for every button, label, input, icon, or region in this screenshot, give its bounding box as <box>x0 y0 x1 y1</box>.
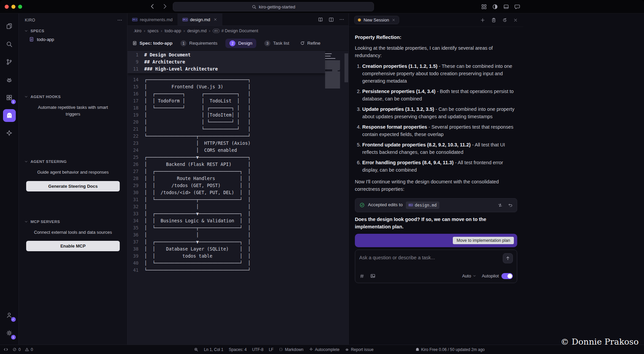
section-specs-header[interactable]: SPECS <box>19 27 127 35</box>
code-line[interactable]: 24 │ CORS enabled <box>127 147 348 154</box>
chat-input[interactable] <box>359 253 499 260</box>
forward-button[interactable] <box>161 3 168 10</box>
breadcrumb-item[interactable]: abc# Design Document <box>213 29 258 33</box>
kiro-agent-icon[interactable] <box>2 106 17 124</box>
code-line[interactable]: 26│ Backend (Flask REST API) │ <box>127 161 348 168</box>
code-line[interactable]: 37│ ┌───────────────▼───────────────┐ │ <box>127 238 348 246</box>
explorer-icon[interactable] <box>2 17 17 35</box>
history-icon[interactable] <box>502 17 507 23</box>
code-line[interactable]: 16│ ┌──────────┐ ┌────────────┐ │ <box>127 90 348 97</box>
code-line[interactable]: 34│ │ Business Logic & Validation │ │ <box>127 217 348 224</box>
code-line[interactable]: 17│ │ TodoForm │ │ TodoList │ │ <box>127 97 348 104</box>
source-control-icon[interactable] <box>2 53 17 71</box>
editor-scrollbar[interactable] <box>344 51 348 345</box>
autopilot-toggle[interactable] <box>501 273 513 279</box>
code-line[interactable]: 30│ │ /todos/<id> (GET, PUT, DEL) │ │ <box>127 189 348 196</box>
chat-bubble-icon[interactable] <box>514 4 520 10</box>
breadcrumb-item[interactable]: specs <box>148 29 159 33</box>
code-line[interactable]: 35│ └───────────────┬───────────────┘ │ <box>127 224 348 231</box>
step-task-list[interactable]: 3 Task list <box>260 39 293 48</box>
grid-icon[interactable] <box>481 4 487 10</box>
breadcrumb-item[interactable]: design.md <box>187 29 207 33</box>
sidebar-item-todo-app[interactable]: todo-app <box>19 35 127 44</box>
code-line[interactable]: 23 │ HTTP/REST (Axios) <box>127 140 348 147</box>
close-session-icon[interactable] <box>392 18 395 22</box>
code-line[interactable]: 38│ │ Database Layer (SQLite) │ │ <box>127 246 348 253</box>
section-mcp-servers-header[interactable]: MCP SERVERS <box>19 218 127 226</box>
extensions-icon[interactable]: 1 <box>2 89 17 106</box>
encoding[interactable]: UTF-8 <box>252 347 263 352</box>
session-tab[interactable]: New Session <box>354 16 399 24</box>
back-button[interactable] <box>149 3 156 10</box>
refine-button[interactable]: Refine <box>297 39 323 47</box>
sparkle-icon[interactable] <box>2 124 17 142</box>
account-icon[interactable]: ✓ <box>2 306 17 324</box>
errors-indicator[interactable]: 0 <box>12 347 21 352</box>
breadcrumb-item[interactable]: .kiro <box>133 29 142 33</box>
language-mode[interactable]: Markdown <box>279 347 303 352</box>
report-issue[interactable]: Report issue <box>345 347 373 352</box>
code-line[interactable]: 41└─────────────────────────────────────… <box>127 267 348 274</box>
more-actions-icon[interactable] <box>339 17 344 22</box>
code-line[interactable]: 21│ └────────────┘ │ <box>127 126 348 133</box>
code-line[interactable]: 25┌──────────────────▼──────────────────… <box>127 154 348 161</box>
code-line[interactable]: 31│ └───────────────┬───────────────┘ │ <box>127 196 348 203</box>
debug-icon[interactable] <box>2 71 17 89</box>
step-design[interactable]: 2 Design <box>225 39 256 48</box>
code-line[interactable]: 28│ │ Route Handlers │ │ <box>127 175 348 182</box>
step-requirements[interactable]: 1 Requirements <box>176 39 221 48</box>
code-line[interactable]: 1# Design Document <box>127 51 325 58</box>
model-selector[interactable]: Auto <box>462 273 477 279</box>
scrollbar-thumb[interactable] <box>344 53 348 82</box>
minimap[interactable] <box>324 51 344 89</box>
minimize-window-button[interactable] <box>11 5 15 9</box>
panel-layout-icon[interactable] <box>503 4 509 10</box>
open-preview-icon[interactable] <box>318 17 323 23</box>
code-line[interactable]: 33│ ┌───────────────▼───────────────┐ │ <box>127 210 348 217</box>
tab-requirements[interactable]: requirements.md <box>127 13 178 26</box>
section-agent-steering-header[interactable]: AGENT STEERING <box>19 158 127 166</box>
command-center[interactable]: kiro-getting-started <box>173 2 374 11</box>
indentation[interactable]: Spaces: 4 <box>229 347 247 352</box>
code-line[interactable]: 22└──────────────────┬──────────────────… <box>127 133 348 140</box>
new-session-icon[interactable] <box>480 17 485 23</box>
settings-gear-icon[interactable]: 1 <box>2 324 17 342</box>
maximize-window-button[interactable] <box>18 5 22 9</box>
code-line[interactable]: 15│ Frontend (Vue.js 3) │ <box>127 83 348 90</box>
task-list-icon[interactable] <box>491 17 496 23</box>
code-line[interactable]: 32│ │ │ <box>127 203 348 210</box>
review-changes-icon[interactable] <box>497 203 503 208</box>
code-line[interactable]: 29│ │ /todos (GET, POST) │ │ <box>127 182 348 189</box>
code-line[interactable]: 18│ └──────────┘ │ ┌────────┐ │ │ <box>127 104 348 112</box>
code-line[interactable]: 39│ │ todos table │ │ <box>127 253 348 260</box>
more-actions-icon[interactable] <box>117 17 122 23</box>
code-line[interactable]: 11### High-Level Architecture <box>127 65 325 73</box>
cursor-position[interactable]: Ln 1, Col 1 <box>204 347 223 352</box>
code-line[interactable]: 14┌─────────────────────────────────────… <box>127 76 348 83</box>
split-editor-icon[interactable] <box>328 17 334 23</box>
remote-indicator-icon[interactable] <box>3 347 8 352</box>
code-line[interactable]: 27│ ┌───────────────────────────────┐ │ <box>127 168 348 175</box>
zoom-icon[interactable] <box>194 347 199 352</box>
search-sidebar-icon[interactable] <box>2 35 17 53</box>
code-line[interactable]: 19│ │ │TodoItem│ │ │ <box>127 112 348 119</box>
context-hash-icon[interactable] <box>359 273 365 279</box>
tab-design[interactable]: design.md <box>178 13 222 26</box>
close-window-button[interactable] <box>5 5 9 9</box>
warnings-indicator[interactable]: 0 <box>25 347 33 352</box>
code-line[interactable]: 9## Architecture <box>127 58 325 65</box>
enable-mcp-button[interactable]: Enable MCP <box>26 241 120 251</box>
eol-sequence[interactable]: LF <box>269 347 273 352</box>
undo-icon[interactable] <box>507 203 513 208</box>
theme-toggle-icon[interactable] <box>492 4 498 10</box>
code-line[interactable]: 40│ └───────────────────────────────┘ │ <box>127 260 348 267</box>
close-panel-icon[interactable] <box>513 18 518 23</box>
autocomplete-status[interactable]: Autocomplete <box>309 347 339 352</box>
edited-file-chip[interactable]: design.md <box>406 202 439 209</box>
send-button[interactable] <box>503 253 513 263</box>
generate-steering-docs-button[interactable]: Generate Steering Docs <box>26 181 120 191</box>
breadcrumb-item[interactable]: todo-app <box>165 29 181 33</box>
section-agent-hooks-header[interactable]: AGENT HOOKS <box>19 93 127 101</box>
code-line[interactable]: 36│ │ │ <box>127 231 348 238</box>
close-tab-icon[interactable] <box>213 17 217 21</box>
